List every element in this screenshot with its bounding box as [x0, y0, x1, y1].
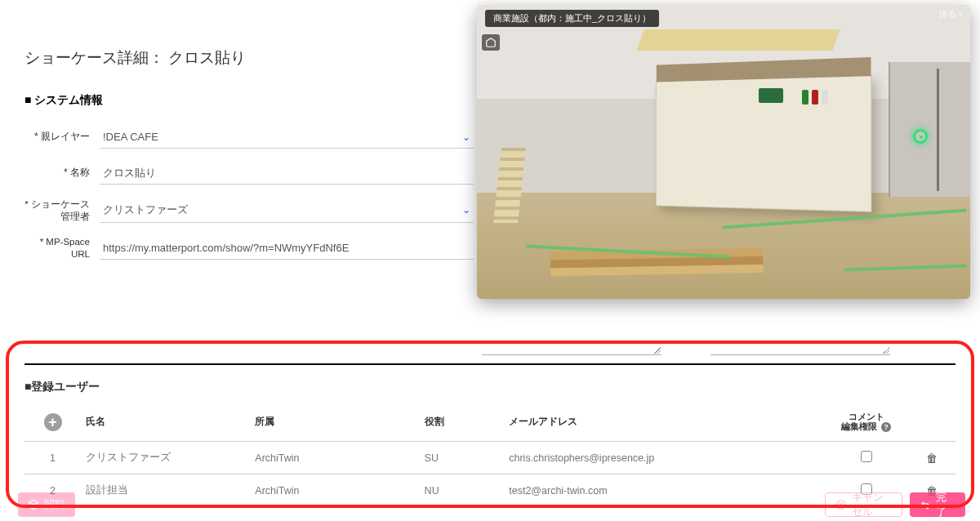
chevron-down-icon: ⌄ [462, 204, 470, 216]
row-mail: chris.christophers@ipresence.jp [504, 442, 824, 474]
row-org: ArchiTwin [250, 442, 419, 474]
cube-icon [28, 499, 39, 510]
cancel-button[interactable]: キャンセル [825, 492, 902, 517]
select-manager[interactable]: クリストファーズ ⌄ [100, 198, 474, 223]
th-name: 氏名 [81, 403, 250, 442]
row-name: クリストファーズ [81, 442, 250, 474]
trash-icon[interactable]: 🗑 [926, 452, 938, 465]
table-row: 1 クリストファーズ ArchiTwin SU chris.christophe… [24, 442, 956, 474]
users-table: + 氏名 所属 役割 メールアドレス コメント 編集権限 ? 1 クリストファー… [24, 403, 956, 508]
label-manager: * ショーケース管理者 [24, 198, 100, 223]
done-button[interactable]: 完了 [910, 492, 965, 517]
table-row: 2 設計担当 ArchiTwin NU test2@archi-twin.com… [24, 474, 956, 507]
label-parent-layer: * 親レイヤー [24, 131, 100, 144]
cancel-icon [835, 499, 847, 510]
help-icon[interactable]: ? [881, 422, 891, 432]
system-info-col: ■ システム情報 * 親レイヤー !DEA CAFE ⌄ * 名称 * ショーケ… [24, 83, 490, 267]
add-user-icon[interactable]: + [44, 413, 62, 431]
th-org: 所属 [250, 403, 419, 442]
nav-marker-icon[interactable] [913, 129, 928, 144]
row-idx: 1 [24, 442, 81, 474]
row-role: NU [420, 474, 505, 507]
th-perm: コメント 編集権限 ? [824, 403, 909, 442]
th-role: 役割 [420, 403, 505, 442]
row-role: SU [420, 442, 505, 474]
row-org: ArchiTwin [250, 474, 419, 507]
floorplan-icon[interactable] [482, 34, 500, 51]
value-manager: クリストファーズ [103, 203, 188, 217]
th-mail: メールアドレス [504, 403, 824, 442]
label-name: * 名称 [24, 167, 100, 180]
row-name: 設計担当 [81, 474, 250, 507]
done-label: 完了 [936, 490, 956, 519]
label-url: * MP-SpaceURL [24, 236, 100, 260]
input-url[interactable] [103, 242, 470, 254]
preview-room-scene [477, 5, 970, 299]
preview-window[interactable]: 商業施設（都内：施工中_クロス貼り） 戻る × [477, 5, 970, 299]
chevron-down-icon: ⌄ [462, 131, 470, 143]
preview-close[interactable]: 戻る × [938, 8, 964, 20]
textarea-note-2[interactable] [710, 337, 890, 355]
section-title-users: ■登録ユーザー [24, 365, 956, 403]
return-icon [920, 499, 931, 510]
cancel-label: キャンセル [852, 490, 892, 519]
browse-label: 閲覧 [44, 497, 65, 512]
input-name[interactable] [103, 167, 470, 179]
perm-checkbox[interactable] [861, 451, 872, 462]
row-mail: test2@archi-twin.com [504, 474, 824, 507]
value-parent-layer: !DEA CAFE [103, 131, 158, 143]
select-parent-layer[interactable]: !DEA CAFE ⌄ [100, 126, 474, 149]
preview-title: 商業施設（都内：施工中_クロス貼り） [485, 10, 659, 27]
textarea-note-1[interactable] [482, 337, 662, 355]
browse-button[interactable]: 閲覧 [18, 492, 75, 517]
users-section: ■登録ユーザー + 氏名 所属 役割 メールアドレス コメント 編集権限 ? [0, 363, 980, 508]
section-title-system: ■ システム情報 [24, 83, 474, 119]
